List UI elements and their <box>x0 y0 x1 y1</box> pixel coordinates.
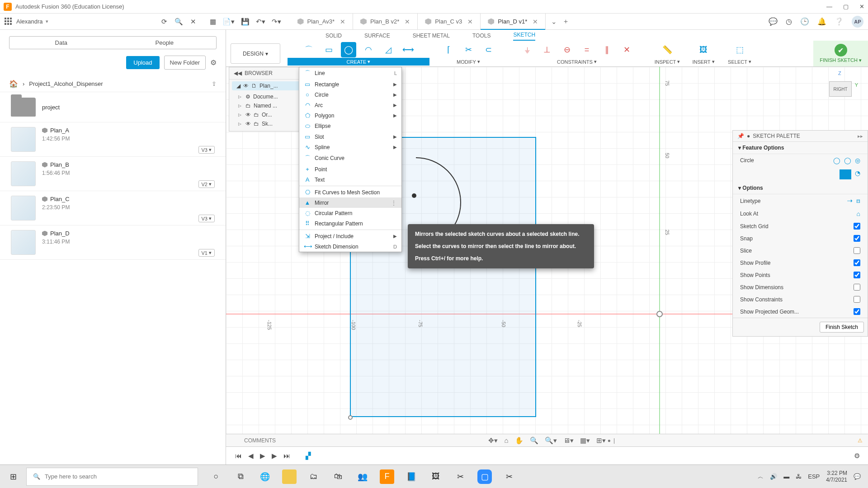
window-maximize-icon[interactable]: ▢ <box>843 3 849 10</box>
circle-tool-icon[interactable]: ◯ <box>341 42 356 57</box>
lookat-icon[interactable]: ⌂ <box>857 210 860 217</box>
tab-people[interactable]: People <box>113 37 217 49</box>
insert-tool-icon[interactable]: 🖼 <box>696 42 711 57</box>
upload-button[interactable]: Upload <box>126 56 159 69</box>
window-minimize-icon[interactable]: — <box>826 3 832 10</box>
menu-item-mirror[interactable]: ▲Mirror⋮ <box>299 197 401 208</box>
menu-item-line[interactable]: ⌒LineL <box>299 67 401 79</box>
timeline-settings-icon[interactable]: ⚙ <box>854 452 860 460</box>
tray-chevron-icon[interactable]: ︿ <box>758 473 764 481</box>
fit-icon[interactable]: 🔍▾ <box>545 436 557 445</box>
taskview-icon[interactable]: ⧉ <box>233 469 248 484</box>
menu-item-polygon[interactable]: ⬠Polygon▶ <box>299 110 401 121</box>
pin-icon[interactable]: 📌 <box>737 133 744 139</box>
fusion-icon[interactable]: F <box>380 469 394 484</box>
snip-sketch-icon[interactable]: ✂ <box>502 469 516 484</box>
app-icon[interactable] <box>282 469 297 484</box>
zoom-icon[interactable]: ▢ <box>477 469 492 484</box>
app-icon[interactable]: 📘 <box>404 469 419 484</box>
more-icon[interactable]: ⋮ <box>391 200 397 206</box>
file-row-plan-a[interactable]: Plan_A 1:42:56 PM V3▾ <box>0 122 226 157</box>
timeline-end-icon[interactable]: ⏭ <box>283 452 290 460</box>
modify-group-label[interactable]: MODIFY▾ <box>435 58 502 66</box>
tangent-constraint-icon[interactable]: ⊖ <box>559 42 575 57</box>
browser-root[interactable]: ◢👁🗋Plan_... <box>232 81 307 90</box>
new-tab-icon[interactable]: ＋ <box>562 17 569 26</box>
menu-item-spline[interactable]: ∿Spline▶ <box>299 142 401 152</box>
circle-type-icon[interactable]: ◯ <box>833 157 840 164</box>
inspect-tool-icon[interactable]: 📏 <box>660 42 675 57</box>
option-checkbox[interactable] <box>854 259 860 266</box>
version-badge[interactable]: V1▾ <box>198 249 215 257</box>
menu-item-sketch-dimension[interactable]: ⟷Sketch DimensionD <box>299 241 401 252</box>
timeline-sketch-feature-icon[interactable]: ▞ <box>306 452 311 460</box>
offset-tool-icon[interactable]: ⊂ <box>481 42 496 57</box>
timeline-prev-icon[interactable]: ◀ <box>248 452 254 460</box>
menu-item-rectangle[interactable]: ▭Rectangle▶ <box>299 79 401 89</box>
pan-icon[interactable]: ✋ <box>515 436 524 445</box>
menu-item-circle[interactable]: ○Circle▶ <box>299 89 401 100</box>
close-icon[interactable]: ✕ <box>467 18 473 25</box>
insert-group-label[interactable]: INSERT▾ <box>688 58 719 66</box>
constraints-group-label[interactable]: CONSTRAINTS▾ <box>507 58 646 66</box>
option-checkbox[interactable] <box>854 272 860 278</box>
jobs-icon[interactable]: ◷ <box>786 17 792 26</box>
gear-icon[interactable]: ⚙ <box>210 58 217 67</box>
cortana-icon[interactable]: ○ <box>209 469 223 484</box>
timeline-next-icon[interactable]: ▶ <box>272 452 277 460</box>
share-icon[interactable]: ⇪ <box>212 80 217 87</box>
viewcube-face[interactable]: RIGHT <box>829 81 852 97</box>
tab-solid[interactable]: SOLID <box>326 33 342 41</box>
window-close-icon[interactable]: ✕ <box>859 3 864 10</box>
menu-item-project-include[interactable]: ⇲Project / Include▶ <box>299 231 401 241</box>
tab-list-dropdown-icon[interactable]: ⌄ <box>551 18 557 26</box>
timeline-play-icon[interactable]: ▶ <box>260 452 265 460</box>
action-center-icon[interactable]: 💬 <box>854 473 861 480</box>
parallel-constraint-icon[interactable]: ∥ <box>599 42 614 57</box>
mirror-tool-icon[interactable]: ◿ <box>381 42 396 57</box>
sketch-endpoint[interactable] <box>348 415 353 420</box>
warning-icon[interactable]: ⚠ <box>858 437 863 444</box>
equal-constraint-icon[interactable]: = <box>579 42 594 57</box>
menu-item-text[interactable]: AText <box>299 174 401 185</box>
new-folder-button[interactable]: New Folder <box>164 56 206 70</box>
create-group-label[interactable]: CREATE▾ <box>288 58 429 66</box>
grid-display-icon[interactable]: ▦▾ <box>580 436 590 445</box>
line-tool-icon[interactable]: ⌒ <box>301 42 316 57</box>
file-dropdown-icon[interactable]: 📄▾ <box>222 18 235 26</box>
comments-label[interactable]: COMMENTS <box>244 437 276 444</box>
select-tool-icon[interactable]: ⬚ <box>732 42 747 57</box>
breadcrumb-project[interactable]: Project1_Alcohol_Dispenser <box>29 80 103 87</box>
apps-grid-icon[interactable]: ▦ <box>210 18 216 26</box>
file-row-plan-b[interactable]: Plan_B 1:56:46 PM V2▾ <box>0 157 226 191</box>
explorer-icon[interactable]: 🗂 <box>307 469 321 484</box>
feature-options-header[interactable]: ▾ Feature Options <box>733 142 868 154</box>
wifi-icon[interactable]: 🖧 <box>796 473 802 480</box>
teams-icon[interactable]: 👥 <box>355 469 370 484</box>
zoom-icon[interactable]: 🔍 <box>530 436 538 445</box>
options-header[interactable]: ▾ Options <box>733 182 868 194</box>
option-checkbox[interactable] <box>854 247 860 254</box>
tab-data[interactable]: Data <box>9 37 113 49</box>
workspace-dropdown[interactable]: DESIGN▾ <box>231 43 280 64</box>
tab-surface[interactable]: SURFACE <box>364 33 390 41</box>
close-panel-icon[interactable]: ✕ <box>190 18 196 26</box>
inspect-group-label[interactable]: INSPECT▾ <box>652 58 683 66</box>
doc-tab-plan-a[interactable]: Plan_Av3* ✕ <box>290 14 353 29</box>
timeline-start-icon[interactable]: ⏮ <box>235 452 242 460</box>
browser-item[interactable]: ▷🗀Named ... <box>229 101 310 110</box>
close-icon[interactable]: ✕ <box>405 18 410 25</box>
taskbar-search[interactable]: 🔍 Type here to search <box>26 468 198 486</box>
save-icon[interactable]: 💾 <box>241 18 250 26</box>
start-button[interactable]: ⊞ <box>0 472 26 482</box>
circle-type-icon[interactable]: ◔ <box>855 169 860 179</box>
trim-tool-icon[interactable]: ✂ <box>461 42 476 57</box>
menu-item-slot[interactable]: ▭Slot▶ <box>299 131 401 142</box>
file-row-plan-c[interactable]: Plan_C 2:23:50 PM V3▾ <box>0 191 226 225</box>
menu-item-point[interactable]: +Point <box>299 164 401 174</box>
coincident-constraint-icon[interactable]: ✕ <box>619 42 634 57</box>
lookat-icon[interactable]: ⌂ <box>504 436 508 445</box>
perpendicular-constraint-icon[interactable]: ⊥ <box>539 42 555 57</box>
volume-icon[interactable]: 🔊 <box>770 473 777 480</box>
doc-tab-plan-d[interactable]: Plan_D v1* ✕ <box>481 14 546 29</box>
